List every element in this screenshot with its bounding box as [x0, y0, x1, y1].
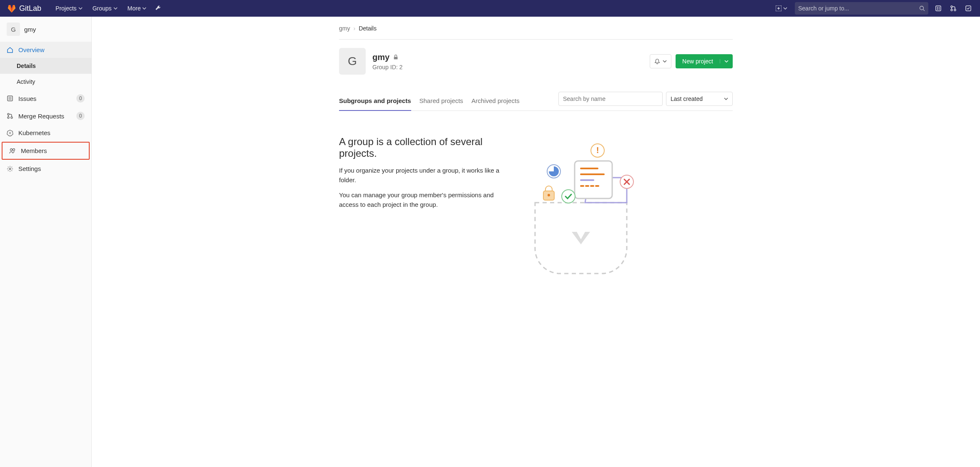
- sort-dropdown[interactable]: Last created: [666, 92, 733, 106]
- sidebar: G gmy Overview Details Activity Issues 0…: [0, 17, 92, 467]
- search-icon: [919, 5, 925, 11]
- main-content: gmy › Details G gmy Group ID: 2: [92, 17, 980, 467]
- svg-rect-2: [936, 6, 941, 11]
- chevron-down-icon: [724, 97, 728, 101]
- sidebar-label: Overview: [18, 46, 45, 53]
- empty-title: A group is a collection of several proje…: [339, 136, 510, 159]
- issues-icon: [935, 5, 942, 12]
- sidebar-item-overview[interactable]: Overview: [0, 42, 91, 58]
- tabs-row: Subgroups and projects Shared projects A…: [339, 91, 733, 111]
- nav-projects[interactable]: Projects: [51, 3, 87, 14]
- chevron-down-icon: [663, 59, 667, 63]
- wrench-icon: [155, 5, 161, 12]
- empty-paragraph-2: You can manage your group member's permi…: [339, 191, 510, 209]
- navbar-left: GitLab Projects Groups More: [7, 3, 164, 14]
- chevron-down-icon: [783, 6, 787, 10]
- merge-icon: [950, 5, 957, 12]
- empty-state-text: A group is a collection of several proje…: [339, 136, 510, 215]
- sidebar-sub-activity[interactable]: Activity: [0, 74, 91, 90]
- tab-subgroups-projects[interactable]: Subgroups and projects: [339, 91, 411, 111]
- sidebar-label: Merge Requests: [18, 113, 64, 120]
- svg-point-23: [548, 194, 550, 196]
- empty-state: A group is a collection of several proje…: [339, 111, 733, 290]
- sidebar-badge: 0: [76, 94, 85, 103]
- chevron-down-icon: [113, 6, 118, 10]
- search-input[interactable]: [798, 5, 919, 12]
- tab-controls: Last created: [558, 92, 733, 110]
- new-project-label: New project: [676, 58, 720, 65]
- issues-icon: [7, 95, 13, 102]
- sidebar-item-settings[interactable]: Settings: [0, 161, 91, 177]
- plus-box-icon: [776, 5, 781, 11]
- group-actions: New project: [650, 54, 733, 68]
- issues-shortcut-button[interactable]: [933, 3, 943, 13]
- bell-icon: [654, 58, 660, 64]
- admin-area-button[interactable]: [152, 3, 164, 14]
- svg-rect-16: [394, 57, 398, 59]
- nav-more[interactable]: More: [123, 3, 151, 14]
- sidebar-sub-details[interactable]: Details: [0, 58, 91, 74]
- lock-icon: [393, 54, 399, 60]
- nav-projects-label: Projects: [55, 5, 77, 12]
- svg-point-13: [10, 148, 13, 151]
- breadcrumb-group[interactable]: gmy: [339, 25, 350, 32]
- brand[interactable]: GitLab: [7, 3, 41, 13]
- svg-point-15: [9, 168, 11, 170]
- highlighted-members-box: Members: [2, 142, 90, 160]
- group-title: gmy: [372, 53, 389, 62]
- search-by-name-input[interactable]: [558, 92, 663, 106]
- brand-text: GitLab: [19, 4, 41, 13]
- tabs: Subgroups and projects Shared projects A…: [339, 91, 520, 110]
- new-project-dropdown[interactable]: [720, 59, 733, 63]
- group-id: Group ID: 2: [372, 64, 402, 70]
- navbar-right: [773, 2, 973, 15]
- svg-point-12: [9, 132, 11, 134]
- sidebar-label: Members: [21, 147, 47, 154]
- gitlab-logo-icon: [7, 3, 17, 13]
- svg-point-5: [954, 9, 956, 11]
- sidebar-group-header[interactable]: G gmy: [0, 17, 91, 42]
- chevron-down-icon: [724, 59, 729, 63]
- create-new-button[interactable]: [773, 4, 790, 13]
- sidebar-label: Kubernetes: [18, 129, 50, 136]
- sidebar-item-issues[interactable]: Issues 0: [0, 90, 91, 107]
- svg-point-3: [951, 6, 952, 8]
- svg-point-9: [8, 117, 9, 118]
- merge-requests-shortcut-button[interactable]: [948, 3, 958, 13]
- chevron-down-icon: [142, 6, 146, 10]
- breadcrumb-separator: ›: [353, 25, 355, 32]
- sidebar-label: Settings: [18, 165, 41, 172]
- home-icon: [7, 47, 13, 53]
- breadcrumb-current: Details: [359, 25, 377, 32]
- sidebar-badge: 0: [76, 112, 85, 120]
- nav-items: Projects Groups More: [51, 3, 164, 14]
- svg-text:!: !: [596, 146, 599, 155]
- empty-paragraph-1: If you organize your projects under a gr…: [339, 166, 510, 185]
- members-icon: [9, 148, 16, 154]
- svg-point-4: [951, 9, 952, 11]
- global-search[interactable]: [795, 2, 928, 15]
- chevron-down-icon: [78, 6, 83, 10]
- group-avatar-large: G: [339, 48, 366, 75]
- sidebar-group-name: gmy: [24, 26, 36, 33]
- svg-rect-7: [8, 96, 13, 101]
- tab-shared-projects[interactable]: Shared projects: [420, 91, 463, 110]
- sidebar-item-members[interactable]: Members: [3, 143, 89, 159]
- kubernetes-icon: [7, 130, 13, 136]
- sidebar-label: Issues: [18, 95, 36, 102]
- nav-groups[interactable]: Groups: [88, 3, 122, 14]
- svg-point-8: [8, 113, 9, 115]
- tab-archived-projects[interactable]: Archived projects: [472, 91, 520, 110]
- new-project-button[interactable]: New project: [676, 54, 733, 68]
- todos-button[interactable]: [963, 3, 973, 13]
- breadcrumb: gmy › Details: [339, 25, 733, 40]
- svg-point-14: [13, 148, 15, 151]
- nav-more-label: More: [128, 5, 141, 12]
- group-header: G gmy Group ID: 2 New project: [339, 40, 733, 83]
- group-meta: gmy Group ID: 2: [372, 53, 402, 70]
- sidebar-item-kubernetes[interactable]: Kubernetes: [0, 125, 91, 141]
- gear-icon: [7, 166, 13, 172]
- svg-point-27: [562, 190, 575, 203]
- sidebar-item-merge-requests[interactable]: Merge Requests 0: [0, 107, 91, 125]
- notifications-button[interactable]: [650, 54, 671, 68]
